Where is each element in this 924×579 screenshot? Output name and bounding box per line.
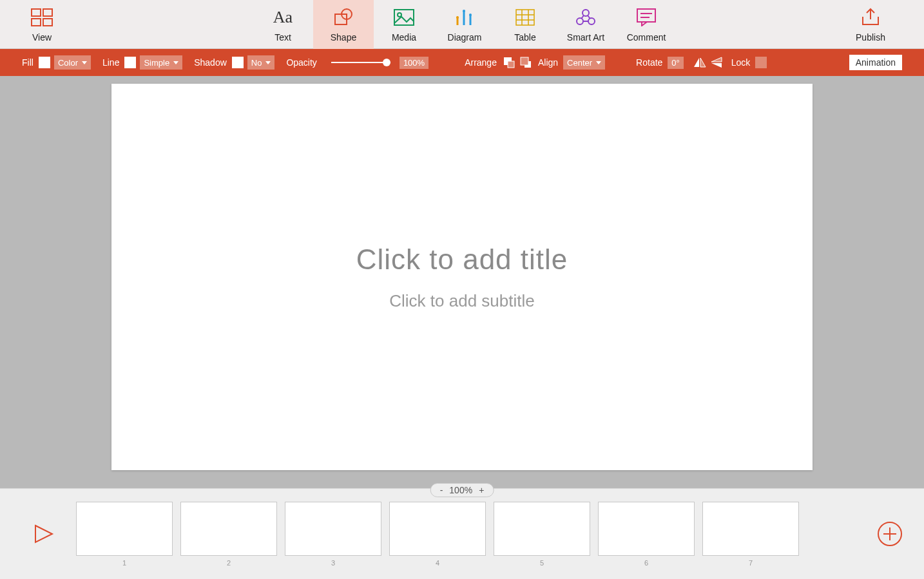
bring-front-icon[interactable] (502, 55, 516, 70)
shadow-swatch[interactable] (232, 57, 244, 68)
slide-thumb[interactable] (76, 502, 173, 556)
svg-rect-1 (43, 9, 52, 16)
svg-point-11 (456, 16, 459, 19)
toolbar-media[interactable]: Media (374, 0, 434, 49)
align-select[interactable]: Center (563, 55, 605, 70)
media-icon (394, 6, 414, 28)
toolbar-table[interactable]: Table (495, 0, 555, 49)
publish-icon (860, 6, 881, 28)
toolbar-shape[interactable]: Shape (313, 0, 374, 49)
fill-swatch[interactable] (39, 57, 50, 68)
thumbnail-strip: 1 2 3 4 5 6 7 (0, 488, 924, 579)
animation-button[interactable]: Animation (849, 55, 902, 70)
svg-point-13 (469, 14, 472, 16)
opacity-group: Opacity 100% (286, 57, 428, 69)
svg-rect-6 (394, 10, 414, 25)
svg-rect-14 (516, 10, 534, 25)
align-group: Align Center (538, 55, 605, 70)
text-icon: Aa (273, 6, 293, 28)
zoom-in-button[interactable]: + (479, 485, 484, 495)
opacity-label: Opacity (286, 57, 316, 68)
svg-rect-32 (521, 57, 528, 65)
flip-horizontal-icon[interactable] (693, 55, 707, 70)
svg-rect-3 (43, 19, 52, 26)
svg-point-19 (582, 10, 589, 16)
toolbar-text-label: Text (274, 32, 291, 43)
slide-thumb[interactable] (702, 502, 799, 556)
fill-group: Fill Color (22, 55, 91, 70)
main-toolbar: View Aa Text Shape Media (0, 0, 924, 49)
canvas-area: Click to add title Click to add subtitle… (0, 76, 924, 488)
zoom-control: - 100% + (430, 483, 494, 497)
slide-thumb[interactable] (285, 502, 381, 556)
svg-point-21 (588, 18, 595, 24)
toolbar-comment-label: Comment (627, 32, 666, 43)
toolbar-view-label: View (32, 32, 52, 43)
lock-label: Lock (731, 57, 751, 68)
fill-label: Fill (22, 57, 34, 68)
svg-point-20 (577, 18, 583, 24)
slide-thumb[interactable] (494, 502, 590, 556)
comment-icon (637, 6, 656, 28)
toolbar-view[interactable]: View (12, 0, 72, 49)
rotate-label: Rotate (636, 57, 662, 68)
toolbar-smartart[interactable]: Smart Art (555, 0, 616, 49)
svg-point-7 (398, 13, 401, 17)
toolbar-publish-label: Publish (856, 32, 885, 43)
shadow-group: Shadow No (194, 55, 274, 70)
svg-rect-30 (508, 61, 514, 68)
toolbar-smartart-label: Smart Art (567, 32, 604, 43)
diagram-icon (455, 6, 474, 28)
svg-rect-2 (32, 19, 41, 26)
title-placeholder[interactable]: Click to add title (356, 243, 568, 276)
toolbar-diagram-label: Diagram (448, 32, 482, 43)
slide-thumb[interactable] (389, 502, 486, 556)
toolbar-diagram[interactable]: Diagram (434, 0, 495, 49)
slide-canvas[interactable]: Click to add title Click to add subtitle (111, 84, 813, 470)
line-group: Line Simple (102, 55, 182, 70)
play-button[interactable] (12, 524, 76, 544)
rotate-group: Rotate 0° (636, 55, 724, 70)
svg-line-22 (581, 15, 584, 19)
svg-line-23 (588, 15, 590, 19)
toolbar-publish[interactable]: Publish (840, 0, 901, 49)
line-select[interactable]: Simple (140, 55, 182, 70)
svg-rect-0 (32, 9, 41, 16)
table-icon (515, 6, 535, 28)
add-slide-button[interactable] (867, 521, 912, 547)
svg-rect-25 (637, 9, 655, 22)
zoom-value: 100% (449, 485, 472, 495)
toolbar-media-label: Media (392, 32, 416, 43)
rotate-value[interactable]: 0° (668, 57, 683, 69)
zoom-out-button[interactable]: - (440, 485, 443, 495)
smartart-icon (575, 6, 596, 28)
lock-group: Lock (731, 57, 767, 68)
flip-vertical-icon[interactable] (709, 55, 724, 70)
shadow-select[interactable]: No (247, 55, 275, 70)
thumbnails: 1 2 3 4 5 6 7 (76, 502, 799, 567)
property-bar: Fill Color Line Simple Shadow No Opacity… (0, 49, 924, 76)
align-label: Align (538, 57, 558, 68)
opacity-value[interactable]: 100% (399, 57, 428, 69)
line-label: Line (102, 57, 119, 68)
subtitle-placeholder[interactable]: Click to add subtitle (389, 291, 534, 311)
toolbar-table-label: Table (514, 32, 535, 43)
arrange-group: Arrange (465, 55, 533, 70)
line-swatch[interactable] (124, 57, 136, 68)
fill-select[interactable]: Color (54, 55, 91, 70)
slide-thumb[interactable] (180, 502, 277, 556)
svg-point-12 (463, 10, 465, 12)
arrange-label: Arrange (465, 57, 497, 68)
slide-thumb[interactable] (598, 502, 695, 556)
send-back-icon[interactable] (519, 55, 533, 70)
toolbar-text[interactable]: Aa Text (253, 0, 313, 49)
toolbar-shape-label: Shape (331, 32, 356, 43)
shadow-label: Shadow (194, 57, 227, 68)
toolbar-comment[interactable]: Comment (616, 0, 677, 49)
lock-toggle[interactable] (755, 57, 767, 68)
view-icon (31, 6, 53, 28)
opacity-slider[interactable] (331, 62, 390, 63)
shape-icon (332, 6, 354, 28)
